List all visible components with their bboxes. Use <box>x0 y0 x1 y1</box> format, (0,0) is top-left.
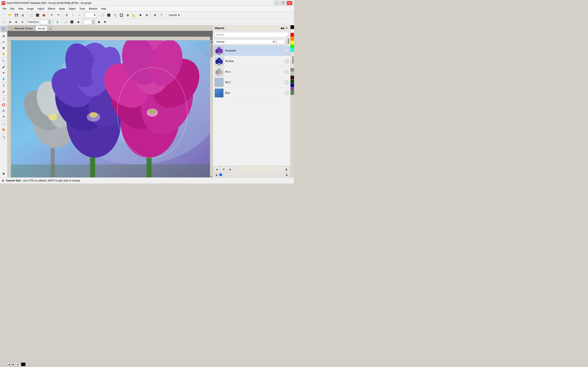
restore-button[interactable]: ❐ <box>280 1 286 5</box>
color-green[interactable] <box>291 45 294 48</box>
export-button[interactable]: ⬛ <box>35 12 40 18</box>
hints-tab[interactable]: Hints <box>286 35 291 47</box>
zoom-tool[interactable]: 🔍 <box>1 134 7 140</box>
magic-wand-options2[interactable]: ⊙ <box>20 19 25 25</box>
visibility-iris-purple[interactable]: ⬜ <box>285 49 289 53</box>
visibility-bg1[interactable]: ⬜ <box>285 91 289 95</box>
objects-search-input[interactable] <box>215 32 289 37</box>
menu-file[interactable]: File <box>1 7 8 11</box>
canvas-inner[interactable]: ▲ ▼ ◀ ▶ <box>7 37 213 177</box>
guidelines[interactable]: ✚ <box>138 12 143 18</box>
transform-tool[interactable]: ⊕ <box>1 33 7 39</box>
menu-tools[interactable]: Tools <box>78 7 86 11</box>
menu-object[interactable]: Object <box>67 7 77 11</box>
vscroll-down[interactable]: ▼ <box>210 176 213 177</box>
special-effects-tool[interactable]: ✦ <box>1 70 7 76</box>
tab-iris[interactable]: Iris.cpt <box>35 26 47 31</box>
vscroll-up[interactable]: ▲ <box>210 40 213 44</box>
vertical-scrollbar[interactable]: ▲ ▼ <box>210 40 213 177</box>
color-settings[interactable]: ⚙ <box>152 12 158 18</box>
visibility-iris1[interactable]: ⬜ <box>285 70 289 74</box>
select-tool[interactable]: ↖ <box>1 26 7 32</box>
visibility-iris-blue[interactable]: ⬜ <box>285 59 289 63</box>
grid-toggle[interactable]: ⊞ <box>125 12 131 18</box>
menu-window[interactable]: Window <box>87 7 99 11</box>
color-gray[interactable] <box>291 68 294 72</box>
object-item-bg1[interactable]: BG1 ⬜ <box>213 88 290 98</box>
color-white[interactable] <box>291 29 294 33</box>
color-dark-red[interactable] <box>291 76 294 79</box>
ruler-toggle[interactable]: 📐 <box>131 12 137 18</box>
blend-mode-select[interactable]: Normal Multiply Screen Overlay <box>215 39 276 44</box>
add-tab-button[interactable]: + <box>48 26 53 31</box>
panel-expand-button[interactable]: ◀◀ <box>280 26 284 30</box>
visibility-bg2[interactable]: ⬜ <box>285 80 289 84</box>
object-item-bg2[interactable]: BG 2 ⬜ <box>213 77 290 88</box>
select-all-corner[interactable] <box>7 37 11 40</box>
open-button[interactable]: 📂 <box>7 12 13 18</box>
menu-adjust[interactable]: Adjust <box>36 7 46 11</box>
image-canvas[interactable] <box>11 40 210 177</box>
straighten-button[interactable]: ↑ <box>77 12 82 18</box>
color-orange[interactable] <box>291 37 294 41</box>
close-button[interactable]: ✕ <box>287 1 292 5</box>
feather-btn[interactable]: ◉ <box>96 19 102 25</box>
ellipse-mask-tool[interactable]: ⭕ <box>1 102 7 108</box>
vscroll-thumb[interactable] <box>210 45 213 57</box>
redo-button[interactable]: ↷ <box>56 12 61 18</box>
zoom-selector[interactable]: 75% ▼ <box>85 13 97 17</box>
new-button[interactable]: 📄 <box>1 12 7 18</box>
delete-object-button[interactable]: 🗑 <box>283 167 289 172</box>
zoom-input[interactable]: 75% <box>86 14 93 17</box>
launch-button[interactable]: Launch ▼ <box>167 12 182 18</box>
revert-button[interactable]: ⇅ <box>64 12 70 18</box>
color-black[interactable] <box>291 25 294 29</box>
snap-settings[interactable]: 🔲 <box>119 12 124 18</box>
panel-close-button[interactable]: ✕ <box>285 26 289 30</box>
object-item-iris1[interactable]: Iris 1 ⬜ <box>213 67 290 77</box>
new-object-button[interactable]: ⊕ <box>214 167 220 172</box>
value200-input[interactable]: 200 <box>85 21 92 24</box>
erase-tool[interactable]: ⬜ <box>1 121 7 127</box>
clone-tool[interactable]: ⊞ <box>1 45 7 51</box>
minimize-button[interactable]: ─ <box>274 1 279 5</box>
dropper-tool[interactable]: 💧 <box>1 76 7 82</box>
publish-button[interactable]: 📤 <box>41 12 47 18</box>
record-script[interactable]: ⊗ <box>144 12 150 18</box>
combine-objects-button[interactable]: ⊞ <box>227 167 233 172</box>
color-silver[interactable] <box>291 72 294 75</box>
selection-halo[interactable]: ◑ <box>75 19 81 25</box>
select-all-button[interactable]: ⬜ <box>1 19 7 25</box>
crop-resize-button[interactable]: ↓ <box>70 12 76 18</box>
tolerance-input[interactable]: 10 <box>41 21 48 24</box>
menu-mask[interactable]: Mask <box>57 7 67 11</box>
selection-mode-2[interactable]: ⬛ <box>69 19 75 25</box>
duplicate-object-button[interactable]: ⧉ <box>221 167 226 172</box>
text-tool[interactable]: T <box>1 83 7 89</box>
fill-tool[interactable]: 🖋 <box>1 89 7 95</box>
retouch-tool[interactable]: 🔧 <box>1 58 7 64</box>
tolerance-down[interactable]: ▼ <box>48 22 51 24</box>
select-none-button[interactable]: ⊕ <box>7 19 13 25</box>
menu-help[interactable]: Help <box>99 7 108 11</box>
magic-wand-options1[interactable]: ⊗ <box>13 19 19 25</box>
view-manager[interactable]: ⬛ <box>106 12 112 18</box>
print-button[interactable]: 🖨 <box>20 12 26 18</box>
magic-wand-tool[interactable]: ✦ <box>1 114 7 119</box>
selection-mode-1[interactable]: ⬜ <box>63 19 68 25</box>
add-tool-btn[interactable]: ✚ <box>1 171 7 176</box>
save-button[interactable]: 💾 <box>13 12 19 18</box>
menu-edit[interactable]: Edit <box>8 7 16 11</box>
crop-tool[interactable]: ✂ <box>1 39 7 45</box>
color-replace-tool[interactable]: 🎨 <box>1 127 7 133</box>
timeline-slider[interactable] <box>219 174 284 176</box>
add-btn[interactable]: ✚ <box>102 19 108 25</box>
opacity-input[interactable]: 100 <box>277 39 285 44</box>
hints-toggle[interactable]: ? <box>159 12 164 18</box>
value200-up[interactable]: ▲ <box>92 20 95 22</box>
lasso-mask-tool[interactable]: ⊙ <box>1 108 7 114</box>
transform-button[interactable]: ⬜ <box>28 12 34 18</box>
object-item-iris-blue[interactable]: Iris blue ⬜ <box>213 56 290 67</box>
prev-frame[interactable]: ◀ <box>214 173 218 176</box>
paintbrush-tool[interactable]: 🖌 <box>1 64 7 70</box>
